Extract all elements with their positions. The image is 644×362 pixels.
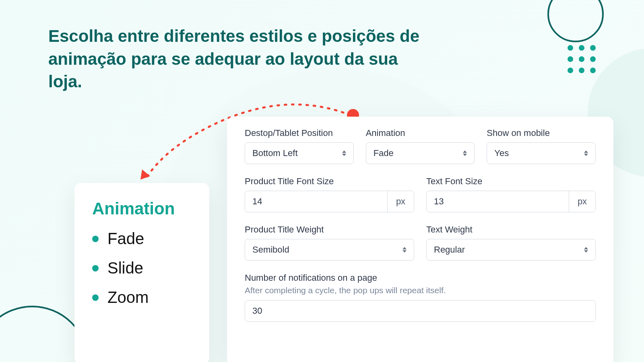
page-headline: Escolha entre diferentes estilos e posiç… [48, 25, 435, 93]
title-font-size-unit: px [387, 191, 414, 212]
animation-field: Animation Fade [366, 128, 475, 164]
notifications-count-label: Number of notifications on a page [245, 273, 596, 283]
title-weight-field: Product Title Weight Semibold [245, 224, 414, 261]
stepper-icon [402, 247, 407, 253]
stepper-icon [584, 150, 588, 156]
animation-options-list: Fade Slide Zoom [92, 230, 192, 306]
text-font-size-unit: px [569, 191, 595, 212]
text-font-size-label: Text Font Size [426, 176, 596, 187]
show-mobile-value: Yes [494, 148, 509, 158]
text-weight-value: Regular [434, 245, 465, 255]
show-mobile-field: Show on mobile Yes [487, 128, 596, 164]
animation-label: Animation [366, 128, 475, 138]
animation-option-slide: Slide [92, 259, 192, 277]
decorative-dots-icon [568, 45, 596, 73]
position-select[interactable]: Bottom Left [245, 142, 354, 164]
text-weight-select[interactable]: Regular [426, 239, 596, 261]
position-value: Bottom Left [252, 148, 298, 158]
animation-value: Fade [374, 148, 394, 158]
stepper-icon [342, 150, 346, 156]
text-font-size-input[interactable] [427, 191, 569, 212]
text-font-size-field: Text Font Size px [426, 176, 596, 212]
position-label: Destop/Tablet Position [245, 128, 354, 138]
title-font-size-field: Product Title Font Size px [245, 176, 414, 212]
animation-options-card: Animation Fade Slide Zoom [74, 183, 209, 362]
title-weight-value: Semibold [252, 245, 289, 255]
notifications-count-field: Number of notifications on a page After … [245, 273, 596, 322]
animation-option-zoom: Zoom [92, 288, 192, 306]
title-font-size-input[interactable] [245, 191, 387, 212]
animation-card-title: Animation [92, 199, 192, 218]
text-weight-label: Text Weight [426, 224, 596, 235]
title-weight-select[interactable]: Semibold [245, 239, 414, 261]
connector-arrowhead-icon [136, 169, 150, 183]
title-weight-label: Product Title Weight [245, 224, 414, 235]
show-mobile-label: Show on mobile [487, 128, 596, 138]
text-weight-field: Text Weight Regular [426, 224, 596, 261]
animation-option-fade: Fade [92, 230, 192, 248]
show-mobile-select[interactable]: Yes [487, 142, 596, 164]
notifications-count-help: After completing a cycle, the pop ups wi… [245, 286, 596, 295]
stepper-icon [584, 247, 588, 253]
decorative-circle-top [547, 0, 604, 42]
title-font-size-label: Product Title Font Size [245, 176, 414, 187]
stepper-icon [463, 150, 467, 156]
notifications-count-input[interactable] [245, 300, 596, 322]
position-field: Destop/Tablet Position Bottom Left [245, 128, 354, 164]
settings-panel: Destop/Tablet Position Bottom Left Anima… [227, 117, 613, 362]
animation-select[interactable]: Fade [366, 142, 475, 164]
